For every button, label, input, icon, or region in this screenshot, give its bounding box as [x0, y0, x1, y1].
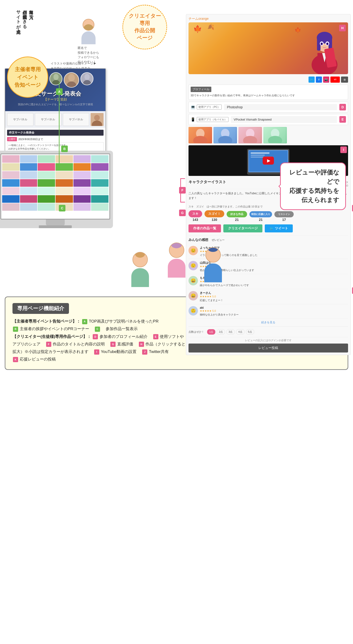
twitter-icon[interactable]: 🐦: [309, 76, 315, 83]
works-cell: [2, 171, 19, 179]
rating-suki-sakuhin[interactable]: 好きな作品 21: [227, 211, 247, 222]
works-cell: [20, 163, 37, 171]
works-cell: [2, 187, 19, 195]
creator-page-btn[interactable]: クリエイターページ: [223, 224, 262, 232]
label-h-badge: H: [339, 25, 346, 31]
works-cell: [55, 163, 73, 171]
review-avatar-5: 🙃: [189, 306, 198, 316]
tweet-btn[interactable]: 🐦 ツイート: [265, 224, 293, 232]
svg-point-11: [94, 115, 100, 120]
app-pc-label: 使用アプリ（PC）: [197, 104, 222, 110]
speech-bubble: レビューや評価などで 応援する気持ちを 伝えられます: [280, 162, 346, 210]
label-i-badge: I: [340, 146, 347, 153]
review-5: 🙃 aki ★★★★★ 5.0 独特な仕上がり具合キャラクター: [189, 304, 348, 318]
thumb-4[interactable]: [263, 127, 287, 144]
works-cell: [38, 179, 55, 187]
works-cell: [73, 163, 91, 171]
svg-point-24: [321, 43, 322, 44]
label-b-badge: B: [61, 146, 68, 152]
svg-point-50: [208, 247, 218, 252]
works-cell: [91, 171, 108, 179]
star-2[interactable]: 2点: [217, 329, 225, 334]
star-3[interactable]: 3点: [226, 329, 235, 334]
works-cell: [91, 195, 108, 203]
author-works-btn[interactable]: 作者の作品一覧: [189, 224, 221, 232]
svg-point-6: [68, 74, 75, 82]
event-open-badge: 公開中: [7, 137, 17, 141]
leaf-3: 🍁: [295, 27, 301, 33]
review-submit-btn[interactable]: レビュー投稿: [189, 344, 348, 352]
event-date: 202X年00月00日まで: [18, 138, 43, 141]
badge-i-inline: I: [94, 350, 99, 354]
event-date-row: 公開中 202X年00月00日まで: [7, 137, 103, 141]
pc-icon: 💻: [191, 105, 195, 109]
thumb-2[interactable]: [213, 127, 237, 144]
thumb-1[interactable]: [189, 127, 212, 144]
rating-ouen[interactable]: 特別に応援に入り 21: [250, 211, 272, 222]
works-cell: [2, 155, 19, 163]
anon-figure: 匿名で 投稿できるから フォロワーにも 伝えやすい！: [78, 19, 99, 64]
review-avatar-4: 😀: [189, 291, 198, 300]
profile-title: プロフィール: [191, 87, 211, 92]
speech-bubble-text: レビューや評価などで 応援する気持ちを 伝えられます: [287, 168, 339, 204]
works-cell: [2, 203, 19, 211]
figure-2: [168, 242, 185, 287]
works-cell: [73, 179, 91, 187]
label-d-badge: D: [339, 104, 346, 110]
monitor-section: [0, 151, 113, 228]
organizer-badge-area: 主催者専用 イベント 告知ページ: [7, 56, 48, 98]
thumb-3[interactable]: [238, 127, 262, 144]
rating-suki[interactable]: スキ 143: [189, 210, 202, 222]
rating-sugoi[interactable]: スゴイ！ 130: [205, 210, 224, 222]
app-pc-value: Photoshop: [224, 104, 337, 110]
action-buttons: 作者の作品一覧 クリエイターページ 🐦 ツイート: [189, 224, 348, 232]
mobile-icon-label: 📱 使用アプリ（モバイル）: [191, 117, 229, 122]
anime-character-svg: [306, 25, 343, 74]
share-icon[interactable]: ⊞: [341, 76, 348, 83]
works-cell: [91, 203, 108, 211]
label-f-badge: F: [179, 187, 186, 194]
rating-list[interactable]: リストイン 17: [274, 211, 294, 222]
thumbnails-row: [189, 127, 348, 144]
works-cell: [20, 179, 37, 187]
star-5[interactable]: 5点: [246, 329, 254, 334]
social-icons-row: 🐦 f 📷 YT ⊞: [189, 76, 348, 83]
figure-1-head: [132, 252, 148, 267]
sub-panel-image: [91, 113, 103, 126]
works-cell: [38, 155, 55, 163]
works-cell: [20, 155, 37, 163]
instagram-icon[interactable]: 📷: [323, 76, 329, 83]
event-photo-3: [49, 72, 62, 85]
works-cell: [55, 155, 73, 163]
badge-e-inline: E: [153, 334, 158, 339]
works-cell: [2, 163, 19, 171]
works-cell: [91, 163, 108, 171]
figure-3-body: [204, 264, 222, 282]
youtube-icon-small[interactable]: YT: [331, 76, 340, 83]
event-sub-panels: サブパネル サブパネル サブパネル: [5, 111, 105, 128]
works-cell: [73, 203, 91, 211]
sub-panel-3: サブパネル: [63, 113, 89, 126]
top-area: 簡単な入力で 作品が一覧掲載できる サイトが完成！ クリエイター 専用 作品公開…: [0, 0, 353, 259]
badge-k-inline: K: [13, 357, 18, 362]
mobile-icon: 📱: [191, 117, 195, 122]
star-4[interactable]: 4点: [236, 329, 244, 334]
facebook-icon[interactable]: f: [316, 76, 322, 83]
works-cell: [55, 187, 73, 195]
profile-section: プロフィール 3Dでキャラクターの製作を習い始めて半年。将来はゲームキャラ作れる…: [189, 84, 348, 100]
works-cell: [2, 195, 19, 203]
leaf-2: 🍂: [207, 24, 214, 30]
badge-c-inline: C: [95, 326, 100, 332]
badge-j-inline: J: [142, 350, 147, 354]
works-cell: [38, 163, 55, 171]
works-cell: [73, 171, 91, 179]
star-1[interactable]: 1点: [207, 329, 215, 334]
sub-panel-1: サブパネル: [7, 113, 33, 126]
youtube-play-btn[interactable]: ▶: [263, 156, 274, 164]
see-more-link[interactable]: 続きを見る: [189, 318, 348, 326]
twitter-bird-icon: 🐦: [270, 226, 274, 230]
anon-body: [81, 31, 95, 44]
works-cell: [55, 179, 73, 187]
works-cell: [38, 195, 55, 203]
app-mobile-section: 📱 使用アプリ（モバイル） VPocket Vismath Snapseed E: [189, 114, 348, 125]
